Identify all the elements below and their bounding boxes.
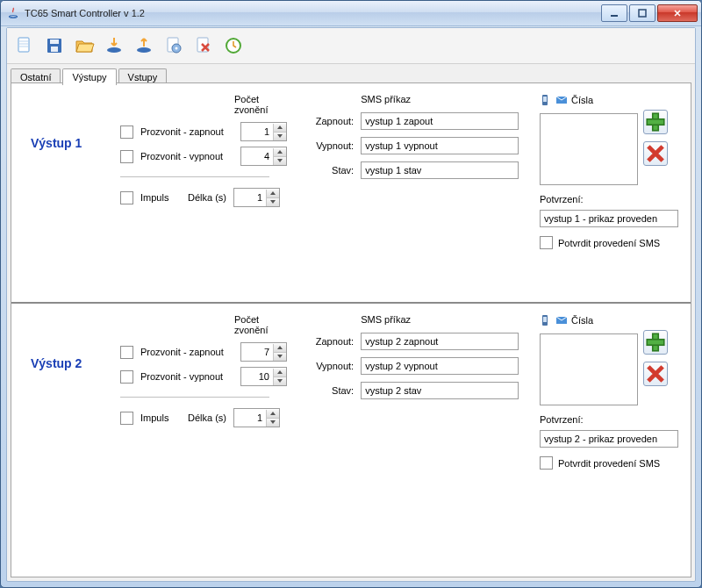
sms-on-label: Zapnout: (304, 336, 354, 347)
impulse-len-spinner-1[interactable] (233, 188, 280, 207)
ring-off-checkbox-1[interactable] (120, 150, 133, 163)
ring-off-checkbox-2[interactable] (120, 370, 133, 384)
svg-rect-1 (611, 15, 618, 17)
sms-on-label: Zapnout: (304, 116, 354, 126)
output-2-block: Výstup 2 Počet zvonění Prozvonit - zapno… (11, 304, 691, 522)
length-label: Délka (s) (183, 412, 226, 423)
sms-off-label: Vypnout: (304, 361, 354, 371)
numbers-list-2[interactable] (540, 333, 638, 405)
sms-on-input-2[interactable] (361, 333, 519, 350)
separator (120, 176, 269, 177)
ring-on-spinner-2[interactable] (240, 342, 287, 362)
settings-button[interactable] (160, 32, 188, 60)
tab-panel-vystupy: Výstup 1 Počet zvonění Prozvonit - zapno… (11, 82, 691, 577)
length-label: Délka (s) (183, 192, 226, 203)
save-button[interactable] (40, 32, 68, 60)
confirm-sms-checkbox-2[interactable] (540, 456, 553, 470)
sms-off-input-1[interactable] (361, 137, 519, 154)
impulse-label: Impuls (140, 412, 176, 423)
clock-button[interactable] (219, 32, 247, 60)
phone-icon (540, 314, 552, 328)
window-title: TC65 Smart Controller v 1.2 (25, 8, 601, 18)
separator (120, 397, 269, 398)
ring-on-label: Prozvonit - zapnout (140, 126, 233, 137)
tab-bar: Ostatní Výstupy Vstupy (7, 64, 695, 84)
remove-number-button-2[interactable] (643, 362, 668, 386)
ring-off-spinner-2[interactable] (240, 367, 287, 386)
tab-vystupy[interactable]: Výstupy (62, 68, 116, 85)
confirm-sms-checkbox-1[interactable] (540, 236, 553, 249)
sms-state-input-2[interactable] (361, 382, 519, 399)
svg-rect-6 (51, 47, 58, 52)
impulse-len-spinner-2[interactable] (233, 408, 280, 427)
sms-off-label: Vypnout: (304, 140, 354, 151)
svg-point-11 (176, 47, 178, 50)
maximize-button[interactable] (629, 4, 655, 22)
ring-on-spinner-1[interactable] (240, 122, 287, 141)
sms-state-label: Stav: (304, 385, 354, 396)
minimize-button[interactable] (601, 4, 627, 22)
ring-on-checkbox-2[interactable] (120, 346, 133, 359)
ring-header: Počet zvonění (234, 314, 289, 335)
svg-rect-23 (647, 340, 664, 346)
ring-off-label: Prozvonit - vypnout (140, 151, 233, 161)
ring-off-spinner-1[interactable] (240, 147, 287, 166)
output-2-title: Výstup 2 (31, 356, 82, 370)
envelope-icon (555, 314, 568, 328)
download-config-button[interactable] (100, 32, 128, 60)
phone-icon (540, 94, 552, 108)
impulse-checkbox-1[interactable] (120, 191, 133, 204)
svg-point-7 (107, 47, 121, 53)
remove-number-button-1[interactable] (643, 141, 668, 166)
numbers-header: Čísla (571, 315, 593, 326)
ring-off-label: Prozvonit - vypnout (140, 371, 233, 382)
sms-on-input-1[interactable] (361, 112, 519, 130)
new-button[interactable] (11, 32, 39, 60)
sms-off-input-2[interactable] (361, 357, 519, 375)
sms-header: SMS příkaz (361, 314, 524, 325)
confirm-input-1[interactable] (540, 210, 678, 227)
confirm-sms-label: Potvrdit provedení SMS (558, 238, 660, 248)
output-1-title: Výstup 1 (31, 136, 82, 150)
add-number-button-1[interactable] (643, 110, 668, 134)
svg-rect-5 (50, 39, 59, 44)
toolbar (7, 28, 695, 64)
open-button[interactable] (70, 32, 98, 60)
close-button[interactable] (657, 4, 698, 22)
confirm-input-2[interactable] (540, 430, 678, 448)
svg-rect-20 (543, 317, 547, 322)
confirm-label: Potvrzení: (540, 414, 678, 425)
output-1-block: Výstup 1 Počet zvonění Prozvonit - zapno… (11, 83, 691, 304)
app-window: TC65 Smart Controller v 1.2 Ostatní Výst… (0, 0, 702, 588)
confirm-label: Potvrzení: (540, 194, 678, 204)
numbers-header: Čísla (571, 95, 593, 105)
svg-rect-3 (18, 38, 29, 52)
confirm-sms-label: Potvrdit provedení SMS (558, 458, 660, 469)
ring-header: Počet zvonění (234, 94, 289, 115)
ring-on-checkbox-1[interactable] (120, 125, 133, 139)
ring-on-label: Prozvonit - zapnout (140, 347, 233, 357)
java-icon (6, 6, 20, 20)
numbers-list-1[interactable] (540, 113, 638, 185)
svg-rect-2 (639, 10, 646, 17)
sms-state-label: Stav: (304, 165, 354, 176)
add-number-button-2[interactable] (643, 330, 668, 355)
upload-config-button[interactable] (130, 32, 158, 60)
impulse-checkbox-2[interactable] (120, 412, 133, 425)
svg-point-8 (137, 47, 151, 53)
client-area: Ostatní Výstupy Vstupy Výstup 1 Počet zv… (6, 27, 696, 582)
sms-state-input-1[interactable] (361, 161, 519, 179)
titlebar[interactable]: TC65 Smart Controller v 1.2 (1, 1, 701, 26)
impulse-label: Impuls (140, 192, 176, 203)
sms-header: SMS příkaz (361, 94, 524, 104)
svg-rect-15 (543, 97, 547, 102)
delete-config-button[interactable] (190, 32, 218, 60)
envelope-icon (555, 94, 568, 108)
svg-rect-18 (647, 119, 664, 125)
